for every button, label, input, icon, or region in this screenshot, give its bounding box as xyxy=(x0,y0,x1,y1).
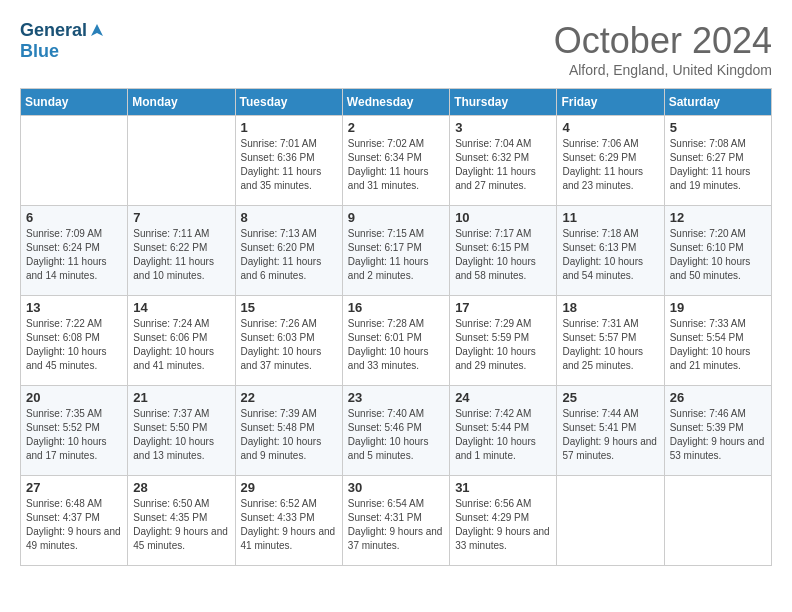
day-info: Sunrise: 7:24 AMSunset: 6:06 PMDaylight:… xyxy=(133,317,229,373)
day-cell: 23Sunrise: 7:40 AMSunset: 5:46 PMDayligh… xyxy=(342,386,449,476)
day-info: Sunrise: 7:31 AMSunset: 5:57 PMDaylight:… xyxy=(562,317,658,373)
day-info: Sunrise: 7:18 AMSunset: 6:13 PMDaylight:… xyxy=(562,227,658,283)
logo-blue-text: Blue xyxy=(20,41,59,61)
day-info: Sunrise: 7:26 AMSunset: 6:03 PMDaylight:… xyxy=(241,317,337,373)
day-info: Sunrise: 7:40 AMSunset: 5:46 PMDaylight:… xyxy=(348,407,444,463)
day-number: 29 xyxy=(241,480,337,495)
day-info: Sunrise: 7:42 AMSunset: 5:44 PMDaylight:… xyxy=(455,407,551,463)
column-header-saturday: Saturday xyxy=(664,89,771,116)
day-number: 31 xyxy=(455,480,551,495)
day-info: Sunrise: 7:35 AMSunset: 5:52 PMDaylight:… xyxy=(26,407,122,463)
day-cell: 3Sunrise: 7:04 AMSunset: 6:32 PMDaylight… xyxy=(450,116,557,206)
day-info: Sunrise: 7:15 AMSunset: 6:17 PMDaylight:… xyxy=(348,227,444,283)
day-cell: 13Sunrise: 7:22 AMSunset: 6:08 PMDayligh… xyxy=(21,296,128,386)
day-info: Sunrise: 7:11 AMSunset: 6:22 PMDaylight:… xyxy=(133,227,229,283)
day-number: 30 xyxy=(348,480,444,495)
day-number: 13 xyxy=(26,300,122,315)
day-cell: 7Sunrise: 7:11 AMSunset: 6:22 PMDaylight… xyxy=(128,206,235,296)
day-cell: 16Sunrise: 7:28 AMSunset: 6:01 PMDayligh… xyxy=(342,296,449,386)
day-cell: 18Sunrise: 7:31 AMSunset: 5:57 PMDayligh… xyxy=(557,296,664,386)
day-cell: 11Sunrise: 7:18 AMSunset: 6:13 PMDayligh… xyxy=(557,206,664,296)
day-number: 2 xyxy=(348,120,444,135)
day-number: 8 xyxy=(241,210,337,225)
day-number: 27 xyxy=(26,480,122,495)
month-title: October 2024 xyxy=(554,20,772,62)
calendar-table: SundayMondayTuesdayWednesdayThursdayFrid… xyxy=(20,88,772,566)
day-number: 21 xyxy=(133,390,229,405)
column-header-friday: Friday xyxy=(557,89,664,116)
day-info: Sunrise: 7:39 AMSunset: 5:48 PMDaylight:… xyxy=(241,407,337,463)
day-number: 5 xyxy=(670,120,766,135)
day-info: Sunrise: 7:20 AMSunset: 6:10 PMDaylight:… xyxy=(670,227,766,283)
day-cell: 5Sunrise: 7:08 AMSunset: 6:27 PMDaylight… xyxy=(664,116,771,206)
day-cell: 1Sunrise: 7:01 AMSunset: 6:36 PMDaylight… xyxy=(235,116,342,206)
day-info: Sunrise: 7:37 AMSunset: 5:50 PMDaylight:… xyxy=(133,407,229,463)
day-cell: 9Sunrise: 7:15 AMSunset: 6:17 PMDaylight… xyxy=(342,206,449,296)
day-number: 10 xyxy=(455,210,551,225)
day-info: Sunrise: 7:28 AMSunset: 6:01 PMDaylight:… xyxy=(348,317,444,373)
day-info: Sunrise: 7:44 AMSunset: 5:41 PMDaylight:… xyxy=(562,407,658,463)
logo: General Blue xyxy=(20,20,105,62)
day-number: 7 xyxy=(133,210,229,225)
day-cell: 28Sunrise: 6:50 AMSunset: 4:35 PMDayligh… xyxy=(128,476,235,566)
day-cell: 24Sunrise: 7:42 AMSunset: 5:44 PMDayligh… xyxy=(450,386,557,476)
day-number: 16 xyxy=(348,300,444,315)
day-number: 18 xyxy=(562,300,658,315)
week-row-5: 27Sunrise: 6:48 AMSunset: 4:37 PMDayligh… xyxy=(21,476,772,566)
week-row-3: 13Sunrise: 7:22 AMSunset: 6:08 PMDayligh… xyxy=(21,296,772,386)
day-number: 9 xyxy=(348,210,444,225)
day-cell: 2Sunrise: 7:02 AMSunset: 6:34 PMDaylight… xyxy=(342,116,449,206)
day-cell xyxy=(557,476,664,566)
title-block: October 2024 Alford, England, United Kin… xyxy=(554,20,772,78)
day-info: Sunrise: 6:56 AMSunset: 4:29 PMDaylight:… xyxy=(455,497,551,553)
day-number: 17 xyxy=(455,300,551,315)
column-header-thursday: Thursday xyxy=(450,89,557,116)
day-info: Sunrise: 6:54 AMSunset: 4:31 PMDaylight:… xyxy=(348,497,444,553)
logo-bird-icon xyxy=(89,22,105,38)
day-info: Sunrise: 7:04 AMSunset: 6:32 PMDaylight:… xyxy=(455,137,551,193)
day-info: Sunrise: 7:02 AMSunset: 6:34 PMDaylight:… xyxy=(348,137,444,193)
day-cell: 25Sunrise: 7:44 AMSunset: 5:41 PMDayligh… xyxy=(557,386,664,476)
day-cell xyxy=(128,116,235,206)
week-row-4: 20Sunrise: 7:35 AMSunset: 5:52 PMDayligh… xyxy=(21,386,772,476)
column-header-wednesday: Wednesday xyxy=(342,89,449,116)
day-number: 12 xyxy=(670,210,766,225)
day-cell: 27Sunrise: 6:48 AMSunset: 4:37 PMDayligh… xyxy=(21,476,128,566)
day-number: 22 xyxy=(241,390,337,405)
day-number: 6 xyxy=(26,210,122,225)
day-cell: 31Sunrise: 6:56 AMSunset: 4:29 PMDayligh… xyxy=(450,476,557,566)
location: Alford, England, United Kingdom xyxy=(554,62,772,78)
day-number: 20 xyxy=(26,390,122,405)
week-row-2: 6Sunrise: 7:09 AMSunset: 6:24 PMDaylight… xyxy=(21,206,772,296)
day-info: Sunrise: 7:17 AMSunset: 6:15 PMDaylight:… xyxy=(455,227,551,283)
day-cell: 20Sunrise: 7:35 AMSunset: 5:52 PMDayligh… xyxy=(21,386,128,476)
day-number: 26 xyxy=(670,390,766,405)
day-cell xyxy=(664,476,771,566)
day-cell: 19Sunrise: 7:33 AMSunset: 5:54 PMDayligh… xyxy=(664,296,771,386)
header-row: SundayMondayTuesdayWednesdayThursdayFrid… xyxy=(21,89,772,116)
day-cell: 8Sunrise: 7:13 AMSunset: 6:20 PMDaylight… xyxy=(235,206,342,296)
day-number: 14 xyxy=(133,300,229,315)
day-number: 25 xyxy=(562,390,658,405)
svg-marker-0 xyxy=(91,24,103,36)
day-info: Sunrise: 7:01 AMSunset: 6:36 PMDaylight:… xyxy=(241,137,337,193)
day-info: Sunrise: 7:46 AMSunset: 5:39 PMDaylight:… xyxy=(670,407,766,463)
day-cell: 30Sunrise: 6:54 AMSunset: 4:31 PMDayligh… xyxy=(342,476,449,566)
column-header-monday: Monday xyxy=(128,89,235,116)
day-info: Sunrise: 6:48 AMSunset: 4:37 PMDaylight:… xyxy=(26,497,122,553)
day-cell: 26Sunrise: 7:46 AMSunset: 5:39 PMDayligh… xyxy=(664,386,771,476)
day-cell: 17Sunrise: 7:29 AMSunset: 5:59 PMDayligh… xyxy=(450,296,557,386)
day-cell: 15Sunrise: 7:26 AMSunset: 6:03 PMDayligh… xyxy=(235,296,342,386)
day-number: 23 xyxy=(348,390,444,405)
page-header: General Blue October 2024 Alford, Englan… xyxy=(20,20,772,78)
day-info: Sunrise: 7:06 AMSunset: 6:29 PMDaylight:… xyxy=(562,137,658,193)
day-cell: 29Sunrise: 6:52 AMSunset: 4:33 PMDayligh… xyxy=(235,476,342,566)
day-info: Sunrise: 7:09 AMSunset: 6:24 PMDaylight:… xyxy=(26,227,122,283)
day-info: Sunrise: 7:08 AMSunset: 6:27 PMDaylight:… xyxy=(670,137,766,193)
day-cell: 10Sunrise: 7:17 AMSunset: 6:15 PMDayligh… xyxy=(450,206,557,296)
day-info: Sunrise: 6:50 AMSunset: 4:35 PMDaylight:… xyxy=(133,497,229,553)
week-row-1: 1Sunrise: 7:01 AMSunset: 6:36 PMDaylight… xyxy=(21,116,772,206)
day-info: Sunrise: 7:29 AMSunset: 5:59 PMDaylight:… xyxy=(455,317,551,373)
day-cell: 6Sunrise: 7:09 AMSunset: 6:24 PMDaylight… xyxy=(21,206,128,296)
day-number: 11 xyxy=(562,210,658,225)
